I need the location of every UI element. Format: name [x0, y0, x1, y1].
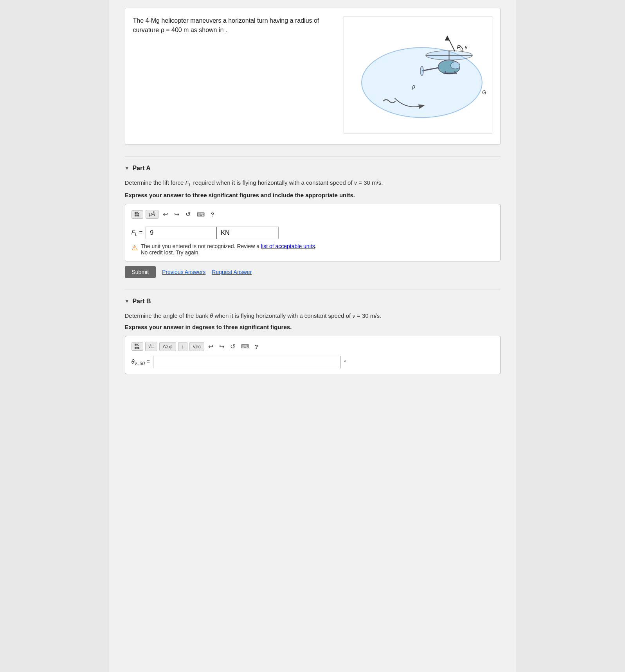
redo-button[interactable]: ↪	[172, 210, 181, 219]
force-var: FL	[186, 179, 192, 186]
matrix-icon	[135, 212, 140, 217]
reset-button[interactable]: ↺	[184, 210, 193, 219]
matrix-button[interactable]	[131, 210, 143, 219]
problem-description: The 4-Mg helicopter maneuvers a horizont…	[133, 16, 336, 35]
part-b-value-input[interactable]	[153, 356, 341, 368]
vec-button[interactable]: vec	[189, 342, 204, 351]
part-a-action-row: Submit Previous Answers Request Answer	[125, 266, 501, 278]
part-a-arrow-icon: ▼	[125, 166, 130, 171]
svg-text:ρ: ρ	[412, 83, 415, 90]
mu-button[interactable]: μÅ	[146, 210, 159, 219]
problem-text-area: The 4-Mg helicopter maneuvers a horizont…	[133, 16, 336, 35]
part-b-instruction: Express your answer in degrees to three …	[125, 324, 501, 330]
ase-button[interactable]: AΣφ	[159, 342, 176, 351]
svg-text:G: G	[482, 89, 486, 95]
request-answer-link[interactable]: Request Answer	[212, 269, 252, 275]
part-a-toolbar: μÅ ↩ ↪ ↺ ⌨ ?	[131, 210, 494, 222]
part-b-label: Part B	[132, 298, 151, 305]
part-b-answer-box: √□ AΣφ ↕ vec ↩ ↪ ↺ ⌨ ? θv=30 = °	[125, 336, 501, 374]
part-b-toolbar: √□ AΣφ ↕ vec ↩ ↪ ↺ ⌨ ?	[131, 342, 494, 351]
undo-button-b[interactable]: ↩	[206, 342, 215, 351]
helicopter-svg: F L θ ρ G	[344, 16, 492, 133]
error-icon: ⚠	[131, 243, 138, 252]
page-container: The 4-Mg helicopter maneuvers a horizont…	[109, 0, 516, 672]
part-a-unit-input[interactable]	[216, 227, 279, 239]
helicopter-diagram: F L θ ρ G	[344, 16, 492, 133]
angle-var: θ	[210, 312, 213, 319]
part-a-section: ▼ Part A Determine the lift force FL req…	[125, 165, 501, 278]
part-a-value-input[interactable]	[146, 227, 216, 239]
svg-text:θ: θ	[465, 45, 467, 50]
part-a-header: ▼ Part A	[125, 165, 501, 172]
error-message-text: The unit you entered is not recognized. …	[141, 243, 317, 256]
matrix-icon-b	[135, 344, 140, 349]
svg-point-8	[420, 66, 423, 76]
part-a-description: Determine the lift force FL required whe…	[125, 178, 501, 189]
keyboard-button-b[interactable]: ⌨	[239, 342, 251, 350]
part-a-label: Part A	[132, 165, 151, 172]
part-b-input-row: θv=30 = °	[131, 356, 494, 368]
submit-button[interactable]: Submit	[125, 266, 156, 278]
error-text-suffix: .	[315, 243, 317, 249]
keyboard-button[interactable]: ⌨	[195, 211, 207, 218]
error-text-prefix: The unit you entered is not recognized. …	[141, 243, 261, 249]
previous-answers-link[interactable]: Previous Answers	[162, 269, 205, 275]
reset-button-b[interactable]: ↺	[228, 342, 237, 351]
part-b-arrow-icon: ▼	[125, 299, 130, 304]
problem-image-box: The 4-Mg helicopter maneuvers a horizont…	[125, 8, 501, 145]
help-button[interactable]: ?	[209, 210, 216, 218]
sqrt-button[interactable]: √□	[145, 342, 157, 351]
part-b-header: ▼ Part B	[125, 298, 501, 305]
part-a-input-row: FL =	[131, 227, 494, 239]
speed-var: v	[354, 179, 357, 186]
divider-2	[125, 290, 501, 290]
part-a-answer-box: μÅ ↩ ↪ ↺ ⌨ ? FL = ⚠ The unit you entered…	[125, 204, 501, 261]
part-a-instruction: Express your answer to three significant…	[125, 192, 501, 198]
updown-button[interactable]: ↕	[178, 342, 188, 351]
acceptable-units-link[interactable]: list of acceptable units	[261, 243, 315, 249]
help-button-b[interactable]: ?	[253, 342, 259, 351]
matrix-button-b[interactable]	[131, 342, 143, 351]
undo-button[interactable]: ↩	[161, 210, 170, 219]
svg-point-6	[450, 62, 460, 69]
degree-symbol: °	[344, 359, 346, 366]
part-a-error-box: ⚠ The unit you entered is not recognized…	[131, 243, 494, 256]
redo-button-b[interactable]: ↪	[217, 342, 226, 351]
part-a-input-label: FL =	[131, 229, 143, 237]
part-b-section: ▼ Part B Determine the angle of the bank…	[125, 298, 501, 374]
divider-1	[125, 157, 501, 157]
speed-var-b: v	[352, 312, 355, 319]
error-note: No credit lost. Try again.	[141, 249, 200, 256]
part-b-input-label: θv=30 =	[131, 358, 150, 366]
part-b-description: Determine the angle of the bank θ when i…	[125, 311, 501, 321]
